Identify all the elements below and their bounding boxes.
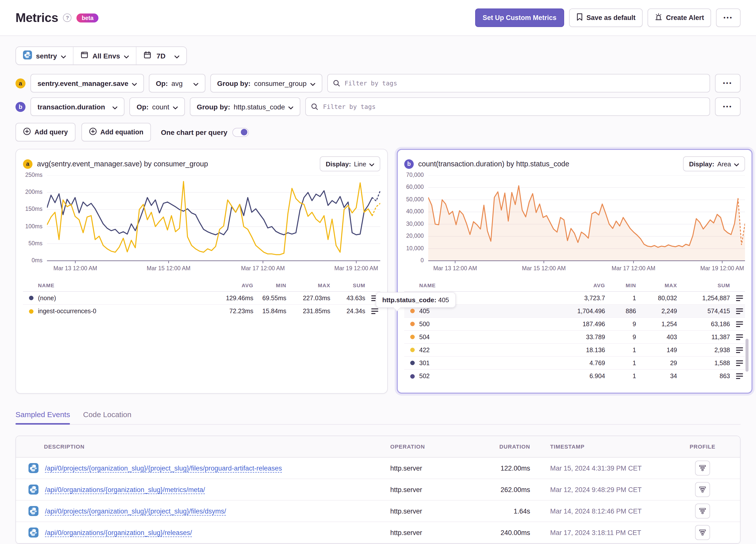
display-select-b[interactable]: Display: Area <box>683 156 745 171</box>
project-filter-dropdown[interactable]: sentry <box>16 47 73 64</box>
series-color-dot <box>410 335 415 339</box>
add-equation-button[interactable]: Add equation <box>81 123 151 141</box>
profile-button[interactable] <box>695 482 710 497</box>
create-alert-button[interactable]: Create Alert <box>648 8 711 27</box>
profile-button[interactable] <box>695 525 710 540</box>
line-chart[interactable]: 0ms50ms100ms150ms200ms250ms <box>23 175 380 264</box>
metric-select-b[interactable]: transaction.duration <box>30 97 125 116</box>
save-as-default-button[interactable]: Save as default <box>569 8 643 27</box>
legend-row[interactable]: ingest-occurrences-0 72.23ms 15.84ms 231… <box>23 305 380 318</box>
metric-select-a[interactable]: sentry.event_manager.save <box>30 74 144 92</box>
event-row: /api/0/projects/{organization_slug}/{pro… <box>16 501 740 522</box>
legend-row[interactable]: 301 4.769 1 29 1,588 <box>404 357 745 370</box>
series-min: 1 <box>605 294 636 301</box>
environment-filter-dropdown[interactable]: All Envs <box>73 47 136 64</box>
y-tick-label: 70,000 <box>406 172 424 178</box>
series-min: 15.84ms <box>253 308 286 315</box>
series-avg: 4.769 <box>555 359 605 366</box>
tab-code-location[interactable]: Code Location <box>83 410 131 424</box>
y-tick-label: 60,000 <box>406 184 424 190</box>
groupby-select-b[interactable]: Group by: http.status_code <box>190 97 300 116</box>
event-description-link[interactable]: /api/0/projects/{organization_slug}/{pro… <box>45 508 226 515</box>
add-query-button[interactable]: Add query <box>15 123 75 141</box>
query-more-button-b[interactable]: ••• <box>715 97 741 116</box>
x-tick-label: Mar 15 12:00 AM <box>522 265 566 271</box>
row-menu-icon[interactable] <box>730 295 745 301</box>
op-select-a[interactable]: Op: avg <box>149 74 205 92</box>
series-name: 500 <box>419 320 430 327</box>
row-menu-icon[interactable] <box>730 308 745 314</box>
row-menu-icon[interactable] <box>365 308 380 314</box>
area-chart-canvas[interactable] <box>428 175 745 264</box>
chevron-down-icon <box>289 103 294 111</box>
ellipsis-icon: ••• <box>724 15 733 20</box>
op-select-b[interactable]: Op: count <box>130 97 185 116</box>
row-menu-icon[interactable] <box>730 321 745 327</box>
page-title: Metrics <box>15 10 58 25</box>
event-operation: http.server <box>390 507 470 515</box>
row-menu-icon[interactable] <box>730 373 745 379</box>
area-chart-plot[interactable] <box>428 175 745 264</box>
series-min: 9 <box>605 333 636 340</box>
display-select-a[interactable]: Display: Line <box>320 156 380 171</box>
row-menu-icon[interactable] <box>730 334 745 340</box>
series-name: 504 <box>419 333 430 340</box>
tag-filter-input-b[interactable] <box>306 97 710 116</box>
save-as-default-label: Save as default <box>586 14 636 21</box>
line-chart-canvas[interactable] <box>47 175 380 264</box>
window-icon <box>80 51 88 60</box>
profile-button[interactable] <box>695 461 710 476</box>
event-operation: http.server <box>390 464 470 472</box>
x-tick-label: Mar 15 12:00 AM <box>147 265 190 271</box>
query-controls: Add query Add equation One chart per que… <box>15 123 741 141</box>
python-icon <box>28 485 38 495</box>
chevron-down-icon <box>173 103 178 111</box>
chevron-down-icon <box>124 52 129 60</box>
charts-row: a avg(sentry.event_manager.save) by cons… <box>15 149 756 394</box>
sampled-events-table: DESCRIPTION OPERATION DURATION TIMESTAMP… <box>15 436 741 544</box>
series-max: 29 <box>636 359 677 366</box>
chart-badge-a: a <box>23 159 32 169</box>
legend-row[interactable]: (none) 129.46ms 69.55ms 227.03ms 43.63s <box>23 292 380 305</box>
header-more-button[interactable]: ••• <box>716 8 741 27</box>
event-description-link[interactable]: /api/0/projects/{organization_slug}/{pro… <box>45 465 282 472</box>
event-row: /api/0/organizations/{organization_slug}… <box>16 479 740 501</box>
bookmark-icon <box>576 13 583 22</box>
event-description-link[interactable]: /api/0/organizations/{organization_slug}… <box>45 486 205 494</box>
event-description-link[interactable]: /api/0/organizations/{organization_slug}… <box>45 529 192 537</box>
line-chart-plot[interactable] <box>47 175 380 264</box>
series-name: 301 <box>419 359 430 366</box>
one-chart-per-query-toggle[interactable] <box>232 128 249 137</box>
tab-sampled-events[interactable]: Sampled Events <box>15 410 70 424</box>
row-menu-icon[interactable] <box>730 347 745 353</box>
groupby-select-a[interactable]: Group by: consumer_group <box>210 74 322 92</box>
series-avg: 187.496 <box>555 320 605 327</box>
date-range-dropdown[interactable]: 7D <box>137 47 187 64</box>
legend-row[interactable]: 500 187.496 9 1,254 63,186 <box>404 318 745 331</box>
chevron-down-icon <box>193 79 198 87</box>
table-scrollbar[interactable] <box>746 339 749 372</box>
row-menu-icon[interactable] <box>730 360 745 366</box>
setup-custom-metrics-button[interactable]: Set Up Custom Metrics <box>475 8 564 27</box>
tag-filter-input-a[interactable] <box>327 74 710 92</box>
x-tick-label: Mar 19 12:00 AM <box>334 265 378 271</box>
event-duration: 122.00ms <box>470 464 530 472</box>
legend-row[interactable]: 422 18.136 1 149 2,938 <box>404 344 745 357</box>
profile-button[interactable] <box>695 504 710 519</box>
series-min: 886 <box>605 307 636 314</box>
legend-row[interactable]: 502 6.904 1 34 863 <box>404 370 745 383</box>
query-more-button-a[interactable]: ••• <box>715 74 741 92</box>
profile-icon <box>699 530 706 536</box>
chevron-down-icon <box>310 79 315 87</box>
event-row: /api/0/projects/{organization_slug}/{pro… <box>16 458 740 479</box>
chevron-down-icon <box>132 79 137 87</box>
legend-row[interactable]: 504 33.789 9 403 11,387 <box>404 331 745 344</box>
chart-card-a: a avg(sentry.event_manager.save) by cons… <box>15 149 388 394</box>
series-avg: 1,704.496 <box>555 307 605 314</box>
toggle-knob <box>241 129 247 135</box>
series-max: 1,254 <box>636 320 677 327</box>
legend-row[interactable]: 405 1,704.496 886 2,249 574,415 <box>404 305 745 318</box>
y-tick-label: 250ms <box>25 172 42 178</box>
area-chart[interactable]: 010,00020,00030,00040,00050,00060,00070,… <box>404 175 745 264</box>
help-icon[interactable]: ? <box>63 13 72 22</box>
